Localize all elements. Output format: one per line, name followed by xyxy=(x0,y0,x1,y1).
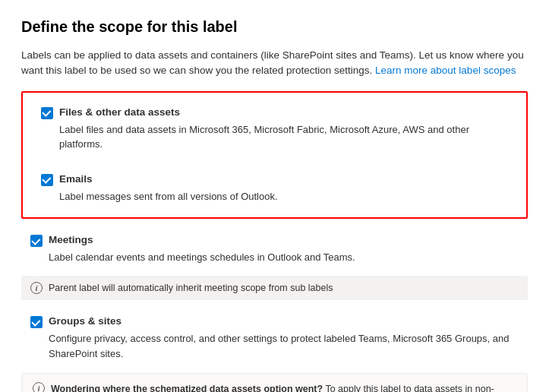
groups-sites-item: Groups & sites Configure privacy, access… xyxy=(21,309,528,367)
warning-text: Wondering where the schematized data ass… xyxy=(51,381,516,392)
meetings-label: Meetings xyxy=(49,234,93,245)
learn-more-scopes-link[interactable]: Learn more about label scopes xyxy=(375,65,516,76)
groups-sites-checkbox[interactable] xyxy=(30,316,43,328)
files-data-assets-label: Files & other data assets xyxy=(59,106,180,118)
warning-info-icon: i xyxy=(33,382,45,392)
meetings-info-bar: i Parent label will automatically inheri… xyxy=(21,276,528,301)
highlighted-scope-section: Files & other data assets Label files an… xyxy=(21,91,528,220)
emails-item: Emails Label messages sent from all vers… xyxy=(32,167,517,210)
emails-label: Emails xyxy=(59,173,93,185)
meetings-checkbox[interactable] xyxy=(30,235,43,247)
groups-sites-label: Groups & sites xyxy=(49,315,121,327)
files-data-assets-description: Label files and data assets in Microsoft… xyxy=(59,122,508,152)
meetings-item: Meetings Label calendar events and meeti… xyxy=(21,228,528,271)
warning-bold-text: Wondering where the schematized data ass… xyxy=(51,384,323,392)
emails-checkbox[interactable] xyxy=(41,174,53,186)
groups-sites-description: Configure privacy, access control, and o… xyxy=(49,331,519,361)
files-data-assets-checkbox[interactable] xyxy=(41,107,53,119)
info-icon: i xyxy=(30,282,43,294)
emails-description: Label messages sent from all versions of… xyxy=(59,189,508,204)
warning-bar: i Wondering where the schematized data a… xyxy=(21,373,528,392)
meetings-description: Label calendar events and meetings sched… xyxy=(49,250,519,265)
files-data-assets-item: Files & other data assets Label files an… xyxy=(32,100,517,158)
page-title: Define the scope for this label xyxy=(21,18,528,36)
intro-paragraph: Labels can be applied to data assets and… xyxy=(21,48,528,79)
meetings-info-text: Parent label will automatically inherit … xyxy=(49,281,333,296)
